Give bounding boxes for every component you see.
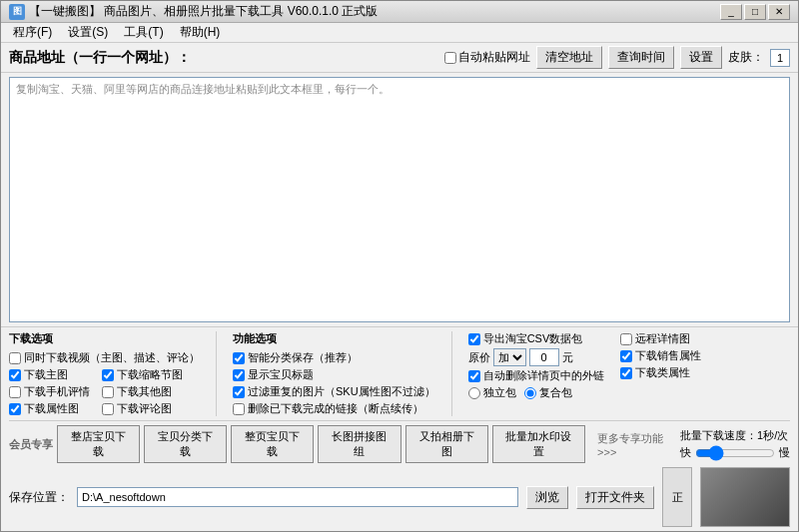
bottom-panel: 下载选项 同时下载视频（主图、描述、评论） 下载主图	[1, 326, 798, 531]
url-hint: 复制淘宝、天猫、阿里等网店的商品连接地址粘贴到此文本框里，每行一个。	[10, 78, 789, 101]
fn-checkbox-2[interactable]	[233, 386, 245, 398]
clear-address-button[interactable]: 清空地址	[536, 46, 602, 69]
dl-label-1: 下载主图	[24, 367, 68, 382]
divider-1	[216, 331, 217, 416]
toolbar-right: 自动粘贴网址 清空地址 查询时间 设置 皮肤：	[444, 46, 790, 69]
browse-button[interactable]: 浏览	[526, 486, 568, 509]
status-text: 正	[672, 490, 683, 505]
exp-checkbox-0[interactable]	[468, 333, 480, 345]
url-textarea[interactable]	[10, 101, 789, 322]
exp-price-row: 原价 加 减 元	[468, 348, 604, 366]
member-btn-4[interactable]: 又拍相册下图	[405, 425, 488, 463]
title-bar: 图 【一键搬图】 商品图片、相册照片批量下载工具 V60.0.1.0 正式版 _…	[1, 1, 798, 23]
exp-radio-1: 复合包	[524, 385, 572, 400]
menu-program[interactable]: 程序(F)	[5, 22, 60, 43]
function-options-title: 功能选项	[233, 331, 435, 346]
dl-label-5: 下载其他图	[117, 384, 172, 399]
status-row: 保存位置： 浏览 打开文件夹 正	[9, 467, 790, 527]
auto-paste-checkbox[interactable]	[444, 52, 456, 64]
address-toolbar: 商品地址（一行一个网址）： 自动粘贴网址 清空地址 查询时间 设置 皮肤：	[1, 43, 798, 73]
fn-label-0: 智能分类保存（推荐）	[248, 350, 358, 365]
fn-opt-3: 删除已下载完成的链接（断点续传）	[233, 401, 435, 416]
window-title: 【一键搬图】 商品图片、相册照片批量下载工具 V60.0.1.0 正式版	[29, 3, 720, 20]
fn-opt-1: 显示宝贝标题	[233, 367, 435, 382]
dl-opt-3: 下载手机评情	[9, 384, 90, 399]
member-btn-0[interactable]: 整店宝贝下载	[57, 425, 140, 463]
dl-label-0: 同时下载视频（主图、描述、评论）	[24, 350, 200, 365]
dl-checkbox-1[interactable]	[9, 369, 21, 381]
exp-label-2: 下载销售属性	[635, 348, 701, 363]
exp-auto-remove-cb[interactable]	[468, 370, 480, 382]
speed-label: 批量下载速度：1秒/次	[680, 428, 790, 443]
fn-checkbox-0[interactable]	[233, 352, 245, 364]
settings-button[interactable]: 设置	[680, 46, 722, 69]
dl-opt-2: 下载缩略节图	[102, 367, 183, 382]
maximize-button[interactable]: □	[744, 4, 766, 20]
main-content: 复制淘宝、天猫、阿里等网店的商品连接地址粘贴到此文本框里，每行一个。 下载选项 …	[1, 73, 798, 531]
more-features-label: 更多专享功能>>>	[597, 431, 676, 458]
close-button[interactable]: ✕	[768, 4, 790, 20]
dl-checkbox-3[interactable]	[9, 386, 21, 398]
download-options-title: 下载选项	[9, 331, 200, 346]
dl-label-2: 下载缩略节图	[117, 367, 183, 382]
exp-label-0: 导出淘宝CSV数据包	[483, 331, 583, 346]
skin-label: 皮肤：	[728, 49, 764, 66]
exp-label-1: 远程详情图	[635, 331, 690, 346]
fn-opt-2: 过滤重复的图片（SKU属性图不过滤）	[233, 384, 435, 399]
speed-slider[interactable]	[695, 445, 775, 461]
exp-price-input[interactable]	[529, 348, 559, 366]
exp-radio-1-label: 复合包	[539, 385, 572, 400]
auto-paste-checkbox-container: 自动粘贴网址	[444, 49, 530, 66]
dl-opt-4: 下载属性图	[9, 401, 90, 416]
fn-opt-0: 智能分类保存（推荐）	[233, 350, 435, 365]
member-label: 会员专享	[9, 437, 53, 452]
speed-fast-label: 慢	[779, 445, 790, 460]
export-options-group: 导出淘宝CSV数据包 原价 加 减 元	[468, 331, 701, 400]
dl-opt-5: 下载其他图	[102, 384, 183, 399]
exp-radio-independent[interactable]	[468, 387, 480, 399]
url-area: 复制淘宝、天猫、阿里等网店的商品连接地址粘贴到此文本框里，每行一个。	[9, 77, 790, 322]
dl-checkbox-6[interactable]	[102, 403, 114, 415]
member-btn-2[interactable]: 整页宝贝下载	[231, 425, 314, 463]
dl-checkbox-2[interactable]	[102, 369, 114, 381]
exp-checkbox-2[interactable]	[620, 350, 632, 362]
exp-class-attr-label: 下载类属性	[635, 365, 690, 380]
exp-checkbox-1[interactable]	[620, 333, 632, 345]
dl-label-6: 下载评论图	[117, 401, 172, 416]
path-input[interactable]	[77, 487, 518, 507]
member-btn-1[interactable]: 宝贝分类下载	[144, 425, 227, 463]
menu-help[interactable]: 帮助(H)	[172, 22, 229, 43]
menu-settings[interactable]: 设置(S)	[60, 22, 116, 43]
exp-opt-1: 远程详情图	[620, 331, 701, 346]
url-section: 复制淘宝、天猫、阿里等网店的商品连接地址粘贴到此文本框里，每行一个。	[1, 73, 798, 326]
exp-radio-row: 独立包 复合包	[468, 385, 604, 400]
app-icon: 图	[9, 4, 25, 20]
download-options-group: 下载选项 同时下载视频（主图、描述、评论） 下载主图	[9, 331, 200, 416]
exp-opt-0: 导出淘宝CSV数据包	[468, 331, 604, 346]
fn-checkbox-1[interactable]	[233, 369, 245, 381]
menu-bar: 程序(F) 设置(S) 工具(T) 帮助(H)	[1, 23, 798, 43]
skin-input[interactable]	[770, 49, 790, 67]
main-window: 图 【一键搬图】 商品图片、相册照片批量下载工具 V60.0.1.0 正式版 _…	[0, 0, 799, 532]
exp-radio-composite[interactable]	[524, 387, 536, 399]
member-btn-5[interactable]: 批量加水印设置	[492, 425, 585, 463]
content-area: 复制淘宝、天猫、阿里等网店的商品连接地址粘贴到此文本框里，每行一个。 下载选项 …	[1, 73, 798, 531]
dl-checkbox-0[interactable]	[9, 352, 21, 364]
status-indicator: 正	[662, 467, 692, 527]
minimize-button[interactable]: _	[720, 4, 742, 20]
dl-label-4: 下载属性图	[24, 401, 79, 416]
exp-price-op[interactable]: 加 减	[493, 348, 526, 366]
menu-tools[interactable]: 工具(T)	[116, 22, 171, 43]
exp-price-label: 原价	[468, 350, 490, 365]
speed-slow-label: 快	[680, 445, 691, 460]
fn-checkbox-3[interactable]	[233, 403, 245, 415]
exp-class-attr-cb[interactable]	[620, 367, 632, 379]
exp-radio-0: 独立包	[468, 385, 516, 400]
query-time-button[interactable]: 查询时间	[608, 46, 674, 69]
dl-checkbox-4[interactable]	[9, 403, 21, 415]
member-btn-3[interactable]: 长图拼接图组	[318, 425, 400, 463]
exp-auto-remove: 自动删除详情页中的外链	[468, 368, 604, 383]
fn-label-2: 过滤重复的图片（SKU属性图不过滤）	[248, 384, 435, 399]
open-folder-button[interactable]: 打开文件夹	[576, 486, 654, 509]
dl-checkbox-5[interactable]	[102, 386, 114, 398]
